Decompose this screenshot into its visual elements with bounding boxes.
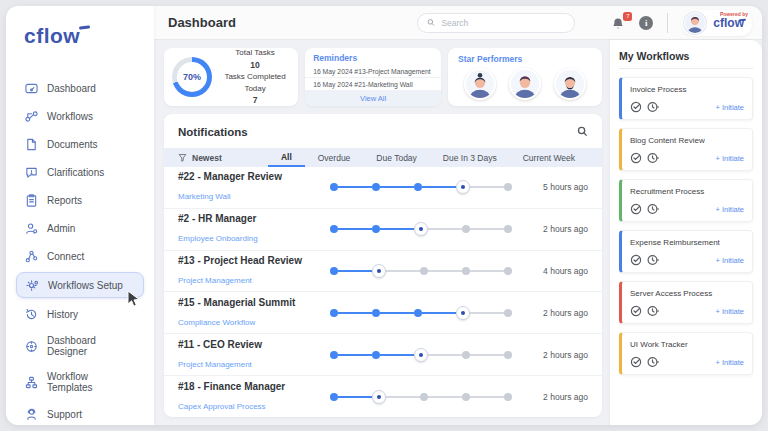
reminder-item[interactable]: 16 May 2024 #21-Marketing Wall — [305, 78, 441, 91]
step-dot — [372, 351, 380, 359]
step-dot — [420, 267, 428, 275]
notification-row[interactable]: #18 - Finance Manager Capex Approval Pro… — [164, 376, 602, 417]
star-performers-title: Star Performers — [458, 54, 592, 64]
notification-workflow-link[interactable]: Project Management — [178, 360, 252, 369]
admin-user-icon — [24, 221, 38, 235]
tab-all[interactable]: All — [268, 148, 305, 167]
notification-row[interactable]: #15 - Managerial Summit Compliance Workf… — [164, 292, 602, 334]
step-dot — [462, 267, 470, 275]
tab-overdue[interactable]: Overdue — [305, 148, 364, 167]
step-line — [338, 270, 372, 272]
reminders-view-all-button[interactable]: View All — [305, 91, 441, 106]
step-dot — [504, 183, 512, 191]
chat-bubble-icon — [24, 165, 38, 179]
sidebar-item-history[interactable]: History — [16, 302, 144, 326]
approve-check-icon[interactable] — [630, 254, 642, 266]
sidebar-item-dashboard[interactable]: Dashboard — [16, 76, 144, 100]
approve-check-icon[interactable] — [630, 203, 642, 215]
initiate-link[interactable]: + Initiate — [715, 205, 744, 214]
step-dot — [504, 225, 512, 233]
pending-clock-icon[interactable] — [647, 254, 659, 266]
step-dot-current — [372, 264, 386, 278]
user-chip[interactable]: cflow Powered by — [682, 10, 752, 36]
step-line — [338, 354, 372, 356]
user-avatar[interactable] — [684, 12, 706, 34]
powered-by-label: Powered by — [720, 11, 748, 17]
search-icon — [577, 126, 588, 137]
dashboard-icon — [24, 81, 38, 95]
initiate-link[interactable]: + Initiate — [715, 358, 744, 367]
info-button[interactable]: i — [639, 16, 653, 30]
progress-stepper — [330, 264, 512, 278]
initiate-link[interactable]: + Initiate — [715, 103, 744, 112]
initiate-link[interactable]: + Initiate — [715, 307, 744, 316]
notification-workflow-link[interactable]: Employee Onboarding — [178, 234, 258, 243]
step-dot — [330, 225, 338, 233]
notification-row[interactable]: #2 - HR Manager Employee Onboarding 2 ho… — [164, 209, 602, 251]
step-line — [422, 186, 456, 188]
sidebar-item-workflow-templates[interactable]: Workflow Templates — [16, 366, 144, 398]
notification-row[interactable]: #13 - Project Head Review Project Manage… — [164, 251, 602, 293]
app-window: cflow Dashboard Workflows Documents Clar… — [6, 6, 762, 425]
global-search[interactable] — [417, 13, 575, 33]
initiate-link[interactable]: + Initiate — [715, 256, 744, 265]
approve-check-icon[interactable] — [630, 152, 642, 164]
sort-newest-button[interactable]: Newest — [178, 153, 222, 163]
page-title: Dashboard — [168, 15, 236, 30]
notification-count-badge: 7 — [623, 12, 632, 21]
notifications-bell-button[interactable]: 7 — [611, 14, 629, 32]
step-dot — [414, 183, 422, 191]
workflow-name: Server Access Process — [630, 289, 744, 298]
sidebar-item-connect[interactable]: Connect — [16, 244, 144, 268]
approve-check-icon[interactable] — [630, 305, 642, 317]
history-clock-icon — [24, 307, 38, 321]
pending-clock-icon[interactable] — [647, 305, 659, 317]
tab-due-in-3-days[interactable]: Due In 3 Days — [430, 148, 510, 167]
progress-stepper — [330, 348, 512, 362]
search-icon — [427, 18, 435, 27]
initiate-link[interactable]: + Initiate — [715, 154, 744, 163]
performer-avatar[interactable] — [554, 68, 586, 100]
notification-workflow-link[interactable]: Marketing Wall — [178, 192, 231, 201]
notification-workflow-link[interactable]: Capex Approval Process — [178, 402, 266, 411]
sidebar-item-workflows-setup[interactable]: Workflows Setup — [16, 272, 144, 298]
notification-title-text: #15 - Managerial Summit — [178, 297, 326, 308]
workflow-quick-icons — [630, 152, 659, 164]
pending-clock-icon[interactable] — [647, 203, 659, 215]
sidebar-item-documents[interactable]: Documents — [16, 132, 144, 156]
sidebar-item-support[interactable]: Support — [16, 402, 144, 425]
step-line — [470, 312, 504, 314]
notification-row[interactable]: #11 - CEO Review Project Management 2 ho… — [164, 334, 602, 376]
notification-workflow-link[interactable]: Compliance Workflow — [178, 318, 255, 327]
sidebar-item-dashboard-designer[interactable]: Dashboard Designer — [16, 330, 144, 362]
workflow-name: UI Work Tracker — [630, 340, 744, 349]
pending-clock-icon[interactable] — [647, 356, 659, 368]
main-column: Dashboard 7 i cflow Powered by — [154, 6, 762, 425]
step-dot — [372, 183, 380, 191]
tab-current-week[interactable]: Current Week — [510, 148, 588, 167]
search-input[interactable] — [441, 18, 565, 28]
performer-avatar[interactable] — [509, 68, 541, 100]
sidebar-item-reports[interactable]: Reports — [16, 188, 144, 212]
notification-row[interactable]: #22 - Manager Review Marketing Wall 5 ho… — [164, 167, 602, 209]
header-divider — [667, 13, 668, 33]
sidebar-item-workflows[interactable]: Workflows — [16, 104, 144, 128]
tasks-meta: Total Tasks 10 Tasks Completed Today 7 — [220, 47, 290, 107]
notification-title-text: #22 - Manager Review — [178, 171, 326, 182]
sidebar-item-label: Dashboard — [47, 83, 96, 94]
step-dot — [372, 309, 380, 317]
approve-check-icon[interactable] — [630, 356, 642, 368]
approve-check-icon[interactable] — [630, 101, 642, 113]
performer-avatar[interactable] — [464, 68, 496, 100]
step-line — [338, 228, 372, 230]
tab-due-today[interactable]: Due Today — [363, 148, 429, 167]
notifications-search-button[interactable] — [577, 123, 588, 141]
sidebar-item-clarifications[interactable]: Clarifications — [16, 160, 144, 184]
pending-clock-icon[interactable] — [647, 101, 659, 113]
sidebar-item-admin[interactable]: Admin — [16, 216, 144, 240]
pending-clock-icon[interactable] — [647, 152, 659, 164]
sidebar-item-label: Support — [47, 409, 82, 420]
notification-workflow-link[interactable]: Project Management — [178, 276, 252, 285]
sidebar-item-label: Admin — [47, 223, 75, 234]
reminder-item[interactable]: 16 May 2024 #13-Project Management — [305, 65, 441, 78]
